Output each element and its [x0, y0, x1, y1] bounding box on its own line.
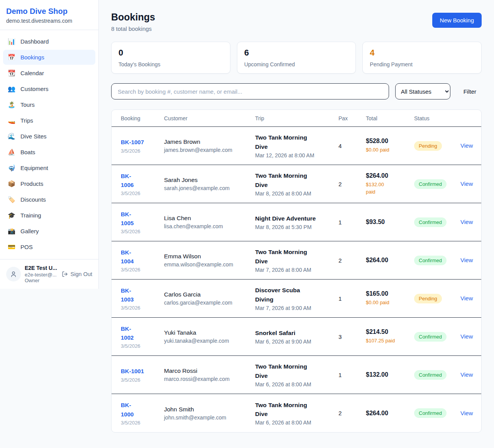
booking-cell: BK-1006 3/5/2026	[121, 172, 164, 197]
sidebar-item-boats[interactable]: ⛵ Boats	[3, 145, 95, 160]
trip-datetime: Mar 12, 2026 at 8:00 AM	[255, 152, 334, 158]
main-content: Bookings 8 total bookings New Booking 0 …	[99, 0, 494, 445]
booking-id-link[interactable]: BK-1000	[121, 401, 139, 419]
avatar	[6, 267, 21, 281]
sidebar-item-discounts[interactable]: 🏷️ Discounts	[3, 192, 95, 207]
trip-name: Discover Scuba Diving	[255, 286, 311, 304]
booking-id-link[interactable]: BK-1004	[121, 248, 139, 266]
booking-row: BK-1004 3/5/2026 Emma Wilson emma.wilson…	[112, 241, 481, 280]
sidebar-item-trips[interactable]: 🚤 Trips	[3, 113, 95, 128]
pax-count: 1	[338, 295, 366, 302]
view-cell: View	[460, 180, 477, 187]
nav-item-label: Gallery	[20, 228, 39, 234]
view-link[interactable]: View	[460, 333, 473, 340]
trip-cell: Two Tank Morning Dive Mar 6, 2026 at 8:0…	[255, 401, 338, 426]
sidebar-item-customers[interactable]: 👥 Customers	[3, 81, 95, 96]
booking-id-link[interactable]: BK-1002	[121, 324, 139, 342]
customer-email: yuki.tanaka@example.com	[164, 338, 250, 344]
booking-id-link[interactable]: BK-1001	[121, 367, 144, 376]
customer-email: carlos.garcia@example.com	[164, 300, 250, 306]
search-input[interactable]	[111, 83, 389, 99]
view-link[interactable]: View	[460, 219, 473, 225]
total-cell: $132.00	[366, 371, 414, 378]
pax-count: 4	[338, 143, 366, 149]
person-icon	[10, 271, 17, 278]
booking-cell: BK-1007 3/5/2026	[121, 138, 164, 153]
sidebar-item-training[interactable]: 🎓 Training	[3, 208, 95, 223]
paid-amount: $0.00 paid	[366, 146, 409, 154]
booking-date: 3/5/2026	[121, 229, 159, 234]
total-cell: $214.50 $107.25 paid	[366, 328, 414, 345]
customer-email: sarah.jones@example.com	[164, 185, 250, 191]
trip-cell: Snorkel Safari Mar 6, 2026 at 9:00 AM	[255, 328, 338, 345]
customer-name: Yuki Tanaka	[164, 329, 250, 336]
total-cell: $264.00	[366, 257, 414, 264]
customer-email: john.smith@example.com	[164, 414, 250, 421]
trip-datetime: Mar 8, 2026 at 5:30 PM	[255, 224, 334, 230]
pax-count: 2	[338, 410, 366, 416]
customer-name: Lisa Chen	[164, 215, 250, 222]
trip-datetime: Mar 7, 2026 at 9:00 AM	[255, 305, 334, 311]
customer-cell: Emma Wilson emma.wilson@example.com	[164, 253, 255, 268]
booking-row: BK-1006 3/5/2026 Sarah Jones sarah.jones…	[112, 165, 481, 203]
status-badge: Confirmed	[414, 370, 447, 380]
paid-amount: $132.00 paid	[366, 181, 388, 196]
trip-datetime: Mar 8, 2026 at 8:00 AM	[255, 190, 334, 197]
sidebar-item-dashboard[interactable]: 📊 Dashboard	[3, 34, 95, 49]
sidebar-item-tours[interactable]: 🏝️ Tours	[3, 97, 95, 112]
status-badge: Confirmed	[414, 217, 447, 227]
booking-id-link[interactable]: BK-1006	[121, 172, 139, 190]
page-header: Bookings 8 total bookings New Booking	[111, 12, 482, 32]
status-cell: Confirmed	[414, 332, 460, 342]
sidebar-item-bookings[interactable]: 📅 Bookings	[3, 50, 95, 65]
customer-cell: Marco Rossi marco.rossi@example.com	[164, 367, 255, 382]
user-role: Owner	[25, 278, 58, 283]
view-link[interactable]: View	[460, 410, 473, 416]
nav-item-label: Customers	[20, 86, 49, 92]
view-link[interactable]: View	[460, 142, 473, 149]
nav-item-label: Bookings	[20, 54, 44, 61]
customer-cell: Carlos Garcia carlos.garcia@example.com	[164, 291, 255, 306]
booking-id-link[interactable]: BK-1005	[121, 210, 139, 228]
booking-date: 3/5/2026	[121, 190, 159, 196]
sidebar-item-gallery[interactable]: 📸 Gallery	[3, 224, 95, 239]
sidebar-item-calendar[interactable]: 📆 Calendar	[3, 66, 95, 81]
column-header-booking: Booking	[121, 115, 164, 121]
filter-row: All Statuses Filter	[111, 83, 482, 99]
view-link[interactable]: View	[460, 180, 473, 187]
table-header-row: BookingCustomerTripPaxTotalStatus	[112, 110, 481, 127]
sidebar-item-products[interactable]: 📦 Products	[3, 176, 95, 191]
customer-cell: John Smith john.smith@example.com	[164, 406, 255, 421]
customer-name: Sarah Jones	[164, 177, 250, 184]
trip-name: Two Tank Morning Dive	[255, 133, 311, 151]
booking-row: BK-1000 3/5/2026 John Smith john.smith@e…	[112, 394, 481, 432]
trip-name: Two Tank Morning Dive	[255, 171, 311, 189]
total-amount: $165.00	[366, 290, 409, 297]
status-badge: Confirmed	[414, 332, 447, 342]
booking-row: BK-1001 3/5/2026 Marco Rossi marco.rossi…	[112, 356, 481, 394]
nav-item-label: POS	[20, 244, 33, 250]
stat-label: Pending Payment	[370, 61, 474, 67]
booking-date: 3/5/2026	[121, 267, 159, 273]
filter-button[interactable]: Filter	[458, 85, 482, 98]
sidebar-item-pos[interactable]: 💳 POS	[3, 239, 95, 254]
diving-mask-icon: 🤿	[8, 164, 15, 172]
sidebar-item-equipment[interactable]: 🤿 Equipment	[3, 160, 95, 175]
nav-item-label: Tours	[20, 101, 35, 108]
status-filter-select[interactable]: All Statuses	[395, 83, 450, 99]
sign-out-button[interactable]: Sign Out	[62, 271, 92, 277]
view-link[interactable]: View	[460, 257, 473, 263]
trip-cell: Two Tank Morning Dive Mar 12, 2026 at 8:…	[255, 133, 338, 158]
status-badge: Confirmed	[414, 408, 447, 418]
nav-item-label: Training	[20, 212, 41, 219]
stat-label: Upcoming Confirmed	[244, 61, 349, 67]
sidebar-item-dive-sites[interactable]: 🌊 Dive Sites	[3, 129, 95, 144]
trip-name: Two Tank Morning Dive	[255, 401, 311, 419]
stats-row: 0 Today's Bookings 6 Upcoming Confirmed …	[111, 42, 482, 74]
view-link[interactable]: View	[460, 371, 473, 378]
view-link[interactable]: View	[460, 295, 473, 301]
view-cell: View	[460, 219, 477, 226]
booking-id-link[interactable]: BK-1007	[121, 138, 144, 147]
booking-id-link[interactable]: BK-1003	[121, 286, 139, 304]
new-booking-button[interactable]: New Booking	[432, 13, 482, 28]
